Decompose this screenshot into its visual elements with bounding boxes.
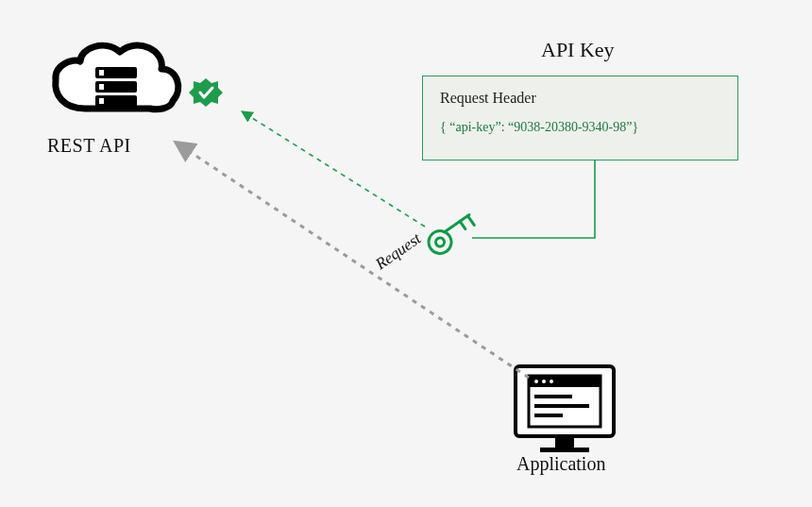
application-monitor-icon (516, 366, 614, 452)
request-header-box: Request Header { “api-key”: “9038-20380-… (422, 76, 738, 161)
svg-point-13 (542, 380, 546, 383)
verified-badge-icon (189, 78, 223, 107)
svg-point-12 (534, 380, 538, 383)
svg-point-14 (550, 380, 553, 383)
request-arrow (175, 142, 529, 378)
application-label: Application (516, 453, 605, 475)
api-key-arrow (242, 111, 425, 227)
diagram-stage: REST API API Key Request Header { “api-k… (0, 0, 812, 507)
rest-api-cloud-icon (56, 45, 178, 110)
svg-rect-17 (534, 414, 563, 417)
svg-line-22 (467, 216, 474, 226)
request-header-title: Request Header (440, 90, 720, 107)
svg-rect-4 (99, 84, 104, 90)
key-icon (424, 211, 479, 259)
header-to-key-connector (472, 161, 595, 238)
svg-marker-6 (189, 78, 223, 107)
svg-point-19 (434, 236, 447, 248)
svg-rect-9 (540, 448, 589, 452)
svg-rect-16 (534, 404, 589, 408)
svg-rect-5 (99, 98, 104, 104)
svg-point-18 (424, 227, 455, 258)
request-header-payload: { “api-key”: “9038-20380-9340-98”} (440, 120, 720, 135)
svg-rect-15 (534, 395, 572, 398)
rest-api-label: REST API (47, 135, 131, 157)
api-key-title: API Key (541, 38, 615, 62)
svg-rect-3 (99, 70, 104, 76)
svg-line-21 (460, 221, 465, 228)
svg-rect-8 (555, 438, 574, 448)
svg-rect-11 (529, 376, 601, 387)
